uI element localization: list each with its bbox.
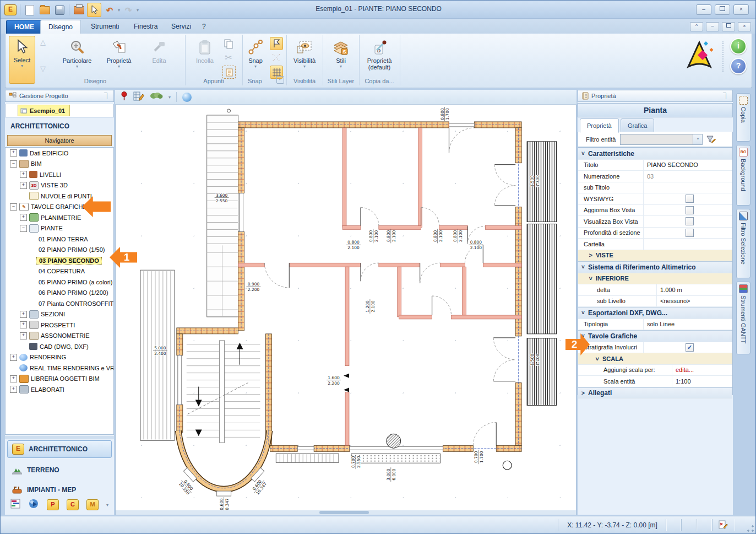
pin-view-button[interactable] (121, 91, 128, 103)
row-sub-livello[interactable]: sub Livello<nessuno> (578, 296, 732, 308)
info-button[interactable]: i (730, 38, 747, 55)
tree-item-05-piano-primo-colori[interactable]: 05 PIANO PRIMO (a colori) (6, 277, 113, 288)
tree-item-01-piano-terra[interactable]: 01 PIANO TERRA (6, 234, 113, 245)
subsection-viste[interactable]: >VISTE (578, 250, 732, 262)
tab-disegno[interactable]: Disegno (40, 20, 81, 34)
module-terreno[interactable]: TERRENO (7, 461, 112, 479)
copy-button[interactable] (222, 38, 235, 50)
tree-item-03-piano-secondo[interactable]: 03 PIANO SECONDO (6, 255, 113, 266)
expand-icon[interactable]: + (10, 386, 17, 393)
primus-badge[interactable]: P (47, 499, 59, 510)
tree-item-rendering[interactable]: +RENDERING (6, 352, 113, 363)
snap-flag-toggle[interactable] (270, 37, 283, 50)
expand-icon[interactable]: + (10, 354, 17, 361)
row-tipologia[interactable]: Tipologiasolo Linee (578, 319, 732, 331)
chevron-down-icon[interactable]: ▾ (693, 134, 702, 144)
expand-icon[interactable]: − (10, 160, 17, 168)
select-tool-button[interactable] (87, 3, 101, 17)
section-caratteristiche[interactable]: ˅Caratteristiche (578, 148, 732, 160)
stratigrafia-checkbox[interactable]: ✓ (686, 343, 694, 352)
section-allegati[interactable]: >Allegati (578, 387, 732, 400)
module-architettonico[interactable]: E ARCHITETTONICO (7, 440, 112, 458)
expand-icon[interactable]: + (20, 311, 27, 318)
undo-dropdown[interactable]: ▾ (118, 8, 120, 13)
pin-icon[interactable]: ⏋ (104, 93, 110, 99)
vegetation-button[interactable] (150, 91, 163, 103)
spin-up-button[interactable]: △ (37, 37, 48, 48)
subsection-inferiore[interactable]: ˅INFERIORE (578, 273, 732, 285)
app-menu-button[interactable]: E (4, 3, 17, 17)
undo-button[interactable]: ↶ (103, 3, 116, 17)
row-wysiwyg[interactable]: WYSIWYG (578, 193, 732, 205)
expand-icon[interactable]: + (20, 332, 27, 339)
status-tool-cell[interactable] (712, 519, 735, 531)
expand-icon[interactable]: + (20, 214, 27, 221)
doc-minimize-button[interactable]: – (706, 22, 719, 31)
tree-item-libreria-bim[interactable]: +LIBRERIA OGGETTI BIM (6, 374, 113, 385)
tab-help[interactable]: ? (194, 20, 214, 34)
edit-table-button[interactable] (133, 91, 144, 103)
resize-grip[interactable] (747, 525, 754, 532)
close-button[interactable]: × (733, 4, 749, 15)
tree-item-planimetrie[interactable]: +PLANIMETRIE (6, 212, 113, 223)
certus-badge[interactable]: C (67, 499, 79, 510)
particolare-button[interactable]: Particolare ▾ (56, 37, 98, 78)
section-sistema-riferimento[interactable]: ˅Sistema di Riferimento Altimetrico (578, 261, 732, 273)
panel-splitter[interactable] (5, 436, 114, 439)
tree-item-07-controsoffitti[interactable]: 07 Pianta CONTROSOFFITT (6, 298, 113, 309)
row-aggiungi-scala[interactable]: Aggiungi scala per:edita... (578, 365, 732, 376)
tree-item-piante[interactable]: −PIANTE (6, 223, 113, 234)
side-tab-copia[interactable]: Copia (736, 93, 750, 142)
collapse-ribbon-button[interactable]: ^ (690, 22, 703, 31)
proprieta-default-button[interactable]: D Proprietà(default) (360, 37, 399, 78)
row-aggiorna-box-vista[interactable]: Aggiorna Box Vista (578, 205, 732, 217)
visibilita-button[interactable]: Visibilità ▾ (287, 37, 322, 78)
drawing-area[interactable]: 0.8001.700 3.6002.550 1.5001.700 1.5001.… (116, 105, 576, 510)
navigator-bar[interactable]: Navigatore (7, 135, 112, 146)
row-numerazione[interactable]: Numerazione03 (578, 171, 732, 182)
tree-item-viste-3d[interactable]: +3DVISTE 3D (6, 180, 113, 191)
expand-icon[interactable]: + (10, 375, 17, 382)
vegetation-dropdown[interactable]: ▾ (168, 95, 171, 100)
tree-item-sezioni[interactable]: +SEZIONI (6, 309, 113, 320)
expand-icon[interactable]: + (10, 149, 17, 157)
mantus-badge[interactable]: M (86, 499, 99, 510)
paste-special-button[interactable] (222, 66, 236, 79)
row-visualizza-box-vista[interactable]: Visualizza Box Vista (578, 216, 732, 228)
filter-funnel-icon[interactable] (706, 135, 716, 144)
tab-home[interactable]: HOME (6, 20, 42, 35)
tab-strumenti[interactable]: Strumenti (83, 20, 127, 34)
save-button[interactable] (53, 3, 66, 17)
row-delta[interactable]: delta1.000 m (578, 284, 732, 296)
select-button[interactable]: Select ▾ (9, 36, 35, 84)
visualizza-checkbox[interactable] (686, 217, 694, 225)
tree-item-dati-edificio[interactable]: +Dati EDIFICIO (6, 148, 113, 159)
tree-item-04-copertura[interactable]: 04 COPERTURA (6, 266, 113, 277)
row-sub-titolo[interactable]: sub Titolo (578, 182, 732, 194)
tree-item-bim[interactable]: −BIM (6, 159, 113, 170)
print-button[interactable] (72, 3, 85, 17)
tree-item-assonometrie[interactable]: +ASSONOMETRIE (6, 331, 113, 342)
open-button[interactable] (38, 3, 51, 17)
snap-button[interactable]: Snap ▾ (242, 37, 269, 78)
expand-icon[interactable]: + (20, 321, 27, 328)
minimize-button[interactable]: – (696, 4, 711, 15)
wysiwyg-checkbox[interactable] (686, 195, 694, 203)
spin-down-button[interactable]: ▽ (37, 63, 48, 74)
tab-servizi[interactable]: Servizi (164, 20, 199, 34)
pin-icon[interactable]: ⏋ (723, 93, 729, 99)
tree-item-real-time-rendering[interactable]: REAL TIME RENDERING e VRI (6, 363, 113, 374)
modules-dropdown[interactable]: ▾ (106, 503, 108, 508)
horizontal-scrollbar[interactable] (116, 510, 576, 515)
proprieta-button[interactable]: Proprietà ▾ (100, 37, 138, 78)
expand-icon[interactable]: − (20, 225, 27, 232)
tree-item-prospetti[interactable]: +PROSPETTI (6, 320, 113, 331)
expand-icon[interactable]: − (10, 203, 17, 211)
expand-icon[interactable]: + (20, 171, 27, 178)
tree-item-06-piano-primo-200[interactable]: 06 PIANO PRIMO (1/200) (6, 288, 113, 299)
tree-item-cad[interactable]: CAD (DWG, DXF) (6, 341, 113, 352)
stili-button[interactable]: S Stili ▾ (324, 37, 358, 78)
tree-item-elaborati[interactable]: +ELABORATI (6, 384, 113, 395)
help-button[interactable]: ? (730, 58, 747, 74)
side-tab-background[interactable]: BG Background (736, 145, 750, 206)
